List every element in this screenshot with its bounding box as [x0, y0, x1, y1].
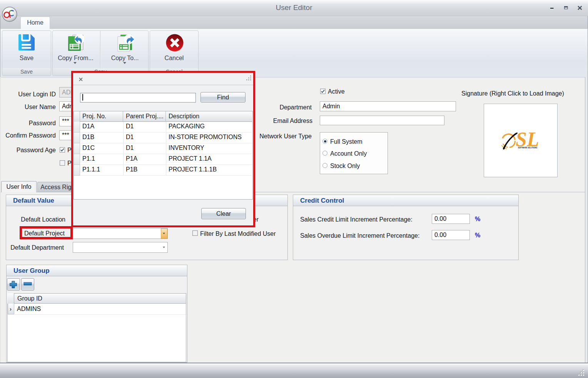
- svg-text:SOFTWARE SOLUTIONS: SOFTWARE SOLUTIONS: [518, 146, 537, 149]
